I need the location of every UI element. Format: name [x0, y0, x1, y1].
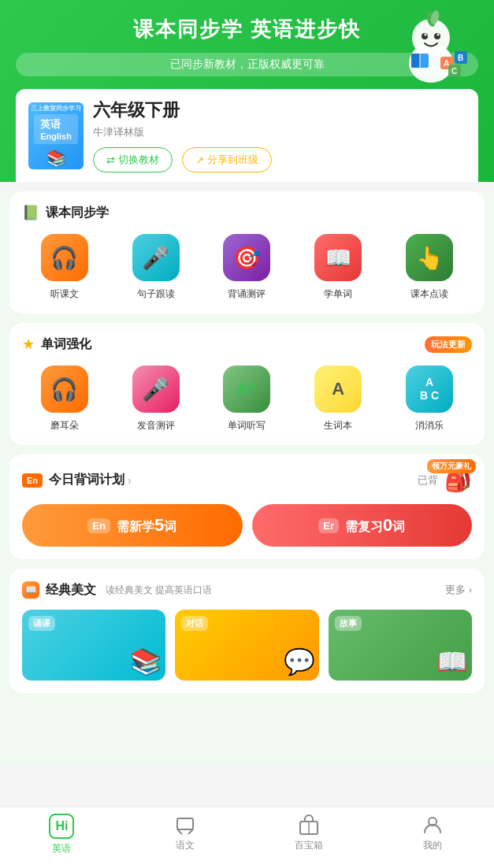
classic-item[interactable]: 故事 📖: [329, 610, 472, 681]
book-publisher: 牛津译林版: [93, 125, 466, 139]
sync-feature-icon: 🎯: [223, 234, 270, 281]
vocab-feature-label: 发音测评: [137, 419, 175, 432]
sync-feature-item[interactable]: 👆 课本点读: [387, 234, 472, 301]
profile-nav-label: 我的: [423, 839, 442, 852]
vocab-feature-icon: 🎧: [41, 365, 88, 413]
sync-feature-item[interactable]: 📖 学单词: [295, 234, 381, 301]
reward-tag: 领万元豪礼: [427, 459, 476, 473]
sync-feature-icon: 👆: [406, 234, 453, 281]
sync-feature-item[interactable]: 🎧 听课文: [22, 234, 107, 301]
main-content: 📗 课本同步学 🎧 听课文 🎤 句子跟读 🎯 背诵测评 📖 学单词 👆 课本点读…: [0, 191, 494, 766]
english-nav-icon: Hi: [49, 814, 74, 839]
vocab-title: 单词强化: [41, 336, 91, 353]
book-card: 三上教室同步学习 英语 English 📚 六年级下册 牛津译林版 ⇄ 切换教材…: [16, 89, 478, 182]
nav-item-english[interactable]: Hi 英语: [0, 814, 124, 855]
switch-textbook-button[interactable]: ⇄ 切换教材: [93, 147, 173, 172]
svg-point-7: [437, 34, 440, 36]
sync-feature-icon: 🎤: [132, 234, 180, 281]
book-icon: 📗: [22, 204, 39, 221]
vocab-feature-item[interactable]: 🎤 发音测评: [113, 365, 199, 432]
classic-item-label: 对话: [181, 616, 208, 631]
new-en-badge: En: [87, 518, 110, 533]
plan-title: 今日背词计划: [49, 472, 124, 488]
book-actions: ⇄ 切换教材 ↗ 分享到班级: [93, 147, 466, 172]
vocab-section: ★ 单词强化 玩法更新 🎧 磨耳朵 🎤 发音测评 A⁺ 单词听写 A 生词本 A…: [9, 323, 485, 445]
sync-feature-label: 学单词: [324, 287, 352, 301]
vocab-feature-icon: A: [314, 365, 362, 413]
sync-feature-label: 课本点读: [410, 287, 448, 301]
svg-text:C: C: [451, 67, 457, 76]
sync-study-title: 课本同步学: [46, 205, 109, 221]
classic-items: 诵课 📚 对话 💬 故事 📖: [22, 610, 472, 681]
vocab-feature-icon: AB C: [406, 365, 453, 413]
vocab-feature-label: 消消乐: [415, 419, 444, 432]
classic-title: 经典美文: [46, 582, 96, 599]
classic-section: 📖 经典美文 读经典美文 提高英语口语 更多 › 诵课 📚 对话 💬 故事 📖: [9, 569, 485, 693]
plan-arrow-icon: ›: [128, 474, 132, 487]
bottom-nav: Hi 英语 语文 百宝箱 我的: [0, 807, 494, 868]
sync-feature-icon: 📖: [314, 234, 362, 281]
vocab-feature-item[interactable]: A⁺ 单词听写: [205, 365, 290, 432]
classic-item-emoji: 💬: [284, 647, 315, 677]
sync-feature-item[interactable]: 🎯 背诵测评: [205, 234, 290, 301]
vocab-feature-icon: 🎤: [132, 365, 180, 413]
classic-more-button[interactable]: 更多 ›: [445, 583, 472, 597]
plan-buttons: En 需新学5词 Er 需复习0词: [22, 504, 472, 547]
classic-header: 📖 经典美文 读经典美文 提高英语口语 更多 ›: [22, 581, 472, 599]
plan-section: En 今日背词计划 › 已背 🎒 领万元豪礼 En 需新学5词 Er 需复习0词: [9, 454, 485, 559]
vocab-feature-label: 生词本: [324, 419, 352, 432]
vocab-badge: 玩法更新: [425, 336, 472, 353]
classic-item-emoji: 📖: [436, 647, 468, 677]
sync-feature-label: 句子跟读: [137, 287, 175, 301]
vocab-header: ★ 单词强化 玩法更新: [22, 336, 472, 353]
classic-item-emoji: 📚: [130, 647, 162, 677]
svg-text:B: B: [458, 54, 463, 62]
plan-header: En 今日背词计划 › 已背 🎒 领万元豪礼: [22, 467, 472, 493]
vocab-feature-label: 单词听写: [228, 419, 266, 432]
book-title: 六年级下册: [93, 98, 466, 122]
vocab-feature-item[interactable]: AB C 消消乐: [387, 365, 472, 432]
nav-item-profile[interactable]: 我的: [370, 814, 494, 855]
review-words-label: 需复习0词: [345, 515, 405, 536]
chinese-nav-label: 语文: [176, 839, 195, 852]
plan-icon: En: [22, 473, 43, 488]
profile-nav-icon: [422, 814, 444, 836]
classic-subtitle: 读经典美文 提高英语口语: [106, 584, 212, 597]
svg-point-6: [425, 34, 427, 36]
sync-study-header: 📗 课本同步学: [22, 204, 472, 221]
nav-item-toolbox[interactable]: 百宝箱: [247, 814, 371, 855]
toolbox-nav-icon: [298, 814, 320, 836]
svg-rect-9: [411, 54, 420, 68]
book-cover: 三上教室同步学习 英语 English 📚: [28, 102, 84, 169]
vocab-feature-label: 磨耳朵: [50, 419, 79, 432]
new-words-label: 需新学5词: [117, 515, 176, 536]
switch-icon: ⇄: [106, 154, 115, 166]
review-words-button[interactable]: Er 需复习0词: [252, 504, 473, 547]
header-banner: 课本同步学 英语进步快 已同步新教材，正版权威更可靠 A: [0, 0, 494, 182]
plan-status: 已背 🎒 领万元豪礼: [418, 467, 472, 493]
review-er-badge: Er: [318, 518, 339, 533]
sync-study-section: 📗 课本同步学 🎧 听课文 🎤 句子跟读 🎯 背诵测评 📖 学单词 👆 课本点读: [9, 191, 485, 313]
share-to-class-button[interactable]: ↗ 分享到班级: [182, 147, 272, 172]
star-icon: ★: [22, 336, 35, 353]
classic-item[interactable]: 诵课 📚: [22, 610, 165, 681]
sync-feature-label: 背诵测评: [228, 287, 266, 301]
vocab-feature-item[interactable]: A 生词本: [295, 365, 381, 432]
classic-item[interactable]: 对话 💬: [175, 610, 318, 681]
classic-title-icon: 📖: [22, 581, 39, 599]
sync-feature-grid: 🎧 听课文 🎤 句子跟读 🎯 背诵测评 📖 学单词 👆 课本点读: [22, 234, 472, 301]
mascot-image: A B C: [384, 8, 478, 87]
chinese-nav-icon: [174, 814, 196, 836]
classic-item-label: 诵课: [28, 616, 55, 631]
english-nav-label: 英语: [52, 842, 71, 855]
vocab-feature-item[interactable]: 🎧 磨耳朵: [22, 365, 107, 432]
new-words-button[interactable]: En 需新学5词: [22, 504, 243, 547]
svg-rect-17: [177, 818, 193, 829]
nav-item-chinese[interactable]: 语文: [124, 814, 247, 855]
vocab-feature-grid: 🎧 磨耳朵 🎤 发音测评 A⁺ 单词听写 A 生词本 AB C 消消乐: [22, 365, 472, 432]
sync-feature-icon: 🎧: [41, 234, 88, 281]
toolbox-nav-label: 百宝箱: [295, 839, 323, 852]
vocab-feature-icon: A⁺: [223, 365, 270, 413]
classic-item-label: 故事: [335, 616, 362, 631]
sync-feature-item[interactable]: 🎤 句子跟读: [113, 234, 199, 301]
